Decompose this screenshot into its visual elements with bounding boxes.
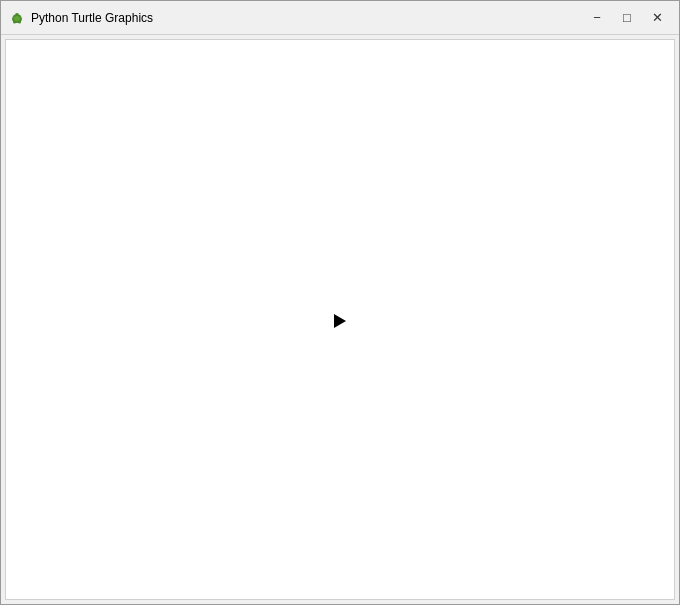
- svg-point-6: [15, 13, 19, 16]
- turtle-arrow-icon: [334, 314, 346, 328]
- maximize-button[interactable]: □: [613, 6, 641, 30]
- turtle-icon: [9, 10, 25, 26]
- svg-point-3: [18, 20, 21, 23]
- title-bar: Python Turtle Graphics − □ ✕: [1, 1, 679, 35]
- close-button[interactable]: ✕: [643, 6, 671, 30]
- window: Python Turtle Graphics − □ ✕: [0, 0, 680, 605]
- window-controls: − □ ✕: [583, 6, 671, 30]
- turtle-cursor: [334, 314, 346, 326]
- turtle-canvas: [5, 39, 675, 600]
- window-title: Python Turtle Graphics: [31, 11, 583, 25]
- minimize-button[interactable]: −: [583, 6, 611, 30]
- svg-point-2: [13, 20, 16, 23]
